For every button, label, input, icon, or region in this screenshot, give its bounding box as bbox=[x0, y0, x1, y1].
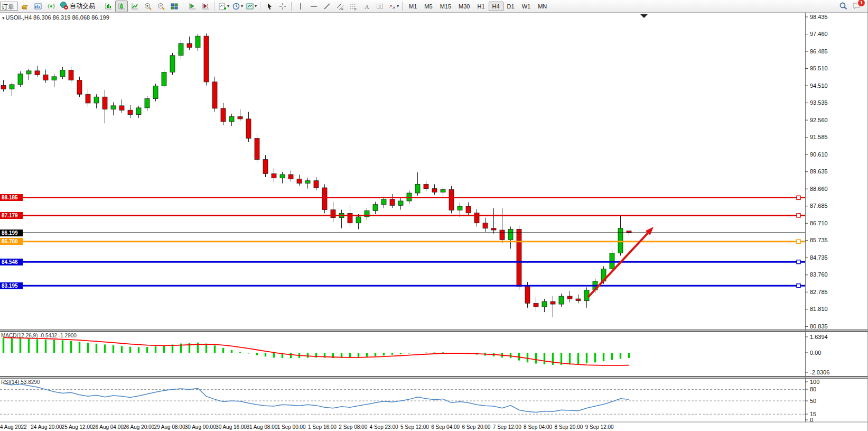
macd-histogram-bar bbox=[544, 353, 545, 364]
rsi-axis-label: 50 bbox=[810, 398, 816, 405]
macd-histogram-bar bbox=[239, 352, 241, 353]
dropdown-arrow-icon[interactable]: ▾ bbox=[227, 4, 229, 8]
macd-axis-label: 0.00 bbox=[810, 350, 821, 356]
timeframe-h4[interactable]: H4 bbox=[489, 2, 503, 11]
dropdown-arrow-icon[interactable]: ▾ bbox=[397, 4, 399, 8]
chart-shift-icon[interactable] bbox=[199, 1, 212, 12]
channel-tool-icon[interactable]: E bbox=[334, 1, 347, 12]
price-axis-label: 91.585 bbox=[810, 134, 828, 141]
timeframe-buttons: M1M5M15M30H1H4D1W1MN bbox=[405, 2, 550, 11]
autotrade-button[interactable]: 自动交易 bbox=[58, 1, 97, 11]
line-chart-icon[interactable] bbox=[128, 1, 141, 12]
chart-area[interactable]: ▾USOil-,H4 86.306 86.319 86.068 86.199 8… bbox=[0, 13, 868, 431]
toolbar-separator bbox=[214, 2, 215, 11]
time-axis-label: 2 Sep 08:00 bbox=[339, 424, 367, 430]
timeframe-m15[interactable]: M15 bbox=[436, 2, 455, 11]
price-badge: 84.546 bbox=[0, 259, 23, 265]
time-axis-label: 25 Aug 12:00 bbox=[62, 424, 93, 430]
macd-histogram-bar bbox=[222, 348, 224, 353]
macd-histogram-bar bbox=[358, 353, 359, 357]
toolbar-separator bbox=[291, 2, 292, 11]
time-axis-label: 30 Aug 16:00 bbox=[216, 424, 247, 430]
macd-histogram-bar bbox=[620, 353, 621, 359]
macd-histogram-bar bbox=[3, 338, 4, 353]
tile-windows-icon[interactable] bbox=[168, 1, 181, 12]
text-tool-icon[interactable]: A bbox=[360, 1, 373, 12]
timeframe-m30[interactable]: M30 bbox=[455, 2, 473, 11]
chart-shift-marker-icon bbox=[640, 14, 648, 18]
hline-anchor-marker bbox=[797, 240, 800, 243]
timeframe-d1[interactable]: D1 bbox=[503, 2, 518, 11]
timeframe-m1[interactable]: M1 bbox=[405, 2, 421, 11]
notification-badge[interactable]: 1 bbox=[857, 0, 865, 7]
orders-button[interactable]: 订单 bbox=[0, 2, 18, 11]
notifications-chat-icon[interactable]: 1 bbox=[850, 1, 863, 12]
toolbar-separator bbox=[402, 2, 403, 11]
candlestick-chart-icon[interactable] bbox=[115, 1, 128, 12]
macd-histogram-bar bbox=[510, 353, 511, 358]
time-axis-label: 6 Sep 20:00 bbox=[462, 424, 491, 430]
macd-histogram-bar bbox=[163, 345, 165, 353]
timeframe-w1[interactable]: W1 bbox=[518, 2, 535, 11]
macd-histogram-bar bbox=[425, 353, 427, 353]
macd-histogram-bar bbox=[442, 352, 444, 353]
autoscroll-icon[interactable] bbox=[186, 1, 199, 12]
macd-histogram-bar bbox=[104, 344, 106, 353]
text-label-tool-icon[interactable]: T bbox=[374, 1, 386, 12]
dropdown-arrow-icon[interactable]: ▾ bbox=[255, 4, 257, 8]
macd-histogram-bar bbox=[11, 338, 13, 353]
zoom-out-icon[interactable] bbox=[155, 1, 167, 12]
arrows-tool-icon[interactable]: ▾ bbox=[387, 1, 400, 12]
crosshair-icon[interactable] bbox=[276, 1, 289, 12]
add-indicator-icon[interactable]: ▾ bbox=[217, 1, 230, 12]
macd-histogram-bar bbox=[628, 353, 630, 358]
macd-histogram-bar bbox=[53, 340, 55, 353]
zoom-in-icon[interactable] bbox=[142, 1, 154, 12]
timeframe-h1[interactable]: H1 bbox=[473, 2, 488, 11]
svg-text:F: F bbox=[354, 7, 357, 11]
dropdown-arrow-icon[interactable]: ▾ bbox=[241, 4, 243, 8]
autotrade-label: 自动交易 bbox=[70, 2, 95, 11]
time-axis-label: 24 Aug 20:00 bbox=[31, 424, 62, 430]
fibonacci-tool-icon[interactable]: F bbox=[347, 1, 360, 12]
cursor-icon[interactable] bbox=[263, 1, 276, 12]
macd-histogram-bar bbox=[391, 353, 393, 355]
timeframe-m5[interactable]: M5 bbox=[421, 2, 436, 11]
horizontal-line-tool-icon[interactable] bbox=[307, 1, 320, 12]
macd-histogram-bar bbox=[307, 353, 309, 358]
macd-histogram-bar bbox=[79, 342, 80, 353]
hline-anchor-marker bbox=[797, 284, 800, 288]
macd-histogram-bar bbox=[535, 353, 537, 363]
time-axis-label: 7 Sep 12:00 bbox=[493, 424, 521, 430]
time-axis-label: 4 Aug 2022 bbox=[0, 424, 27, 430]
price-axis-label: 88.660 bbox=[810, 186, 828, 192]
rsi-label: RSI(14) 53.8290 bbox=[1, 379, 40, 385]
macd-histogram-bar bbox=[434, 352, 435, 353]
main-toolbar: 订单 自动交易 ▾ ▾ ▾ E F A T ▾ M1M5M15M30H1H4D1… bbox=[0, 0, 868, 13]
toolbar-separator bbox=[260, 2, 261, 11]
price-axis-label: 82.785 bbox=[810, 289, 828, 296]
macd-histogram-bar bbox=[417, 353, 418, 353]
publish-chart-icon[interactable] bbox=[32, 1, 44, 12]
time-axis-label: 9 Sep 12:00 bbox=[585, 424, 614, 430]
price-axis-label: 83.760 bbox=[810, 271, 828, 278]
price-axis-label: 98.435 bbox=[810, 14, 828, 21]
templates-icon[interactable]: ▾ bbox=[245, 1, 258, 12]
gold-bars-icon[interactable] bbox=[18, 1, 31, 12]
macd-histogram-bar bbox=[36, 339, 38, 353]
search-icon[interactable] bbox=[837, 1, 850, 12]
macd-histogram-bar bbox=[366, 353, 368, 357]
chart-canvas[interactable] bbox=[0, 13, 868, 431]
trendline-tool-icon[interactable] bbox=[321, 1, 333, 12]
periods-clock-icon[interactable]: ▾ bbox=[231, 1, 244, 12]
time-axis-label: 6 Sep 04:00 bbox=[431, 424, 460, 430]
timeframe-mn[interactable]: MN bbox=[534, 2, 550, 11]
macd-histogram-bar bbox=[290, 353, 292, 358]
time-axis-label: 31 Aug 08:00 bbox=[246, 424, 277, 430]
vertical-line-tool-icon[interactable] bbox=[294, 1, 307, 12]
rsi-axis-label: 100 bbox=[810, 379, 819, 386]
macd-histogram-bar bbox=[611, 353, 613, 360]
signal-icon[interactable] bbox=[45, 1, 58, 12]
bar-chart-icon[interactable] bbox=[102, 1, 115, 12]
macd-histogram-bar bbox=[45, 340, 46, 353]
